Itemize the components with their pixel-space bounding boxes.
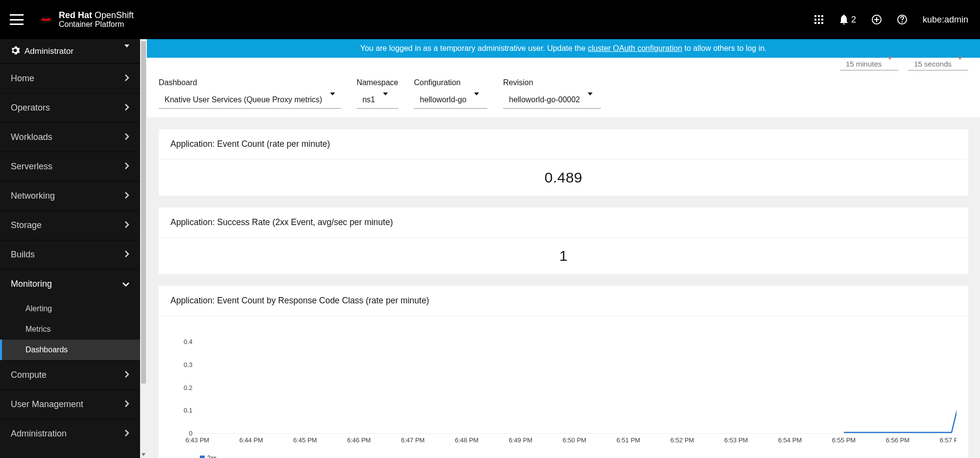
chart-legend: 2xx bbox=[200, 455, 956, 458]
configuration-value: helloworld-go bbox=[420, 95, 466, 104]
namespace-value: ns1 bbox=[362, 95, 375, 104]
card-title: Application: Event Count (rate per minut… bbox=[159, 129, 968, 160]
chevron-right-icon bbox=[124, 251, 129, 259]
configuration-select[interactable]: helloworld-go bbox=[414, 91, 487, 109]
brand-logo: Red Hat OpenShift Container Platform bbox=[38, 10, 134, 29]
card-success-rate: Application: Success Rate (2xx Event, av… bbox=[159, 207, 968, 274]
sidebar: Administrator HomeOperatorsWorkloadsServ… bbox=[0, 39, 147, 458]
time-range-select[interactable]: 15 minutes bbox=[840, 58, 898, 70]
sidebar-item-label: Networking bbox=[11, 191, 55, 201]
svg-text:0.3: 0.3 bbox=[184, 361, 192, 368]
main-content: You are logged in as a temporary adminis… bbox=[147, 39, 980, 458]
svg-text:6:57 PM: 6:57 PM bbox=[940, 436, 956, 444]
banner-suffix: to allow others to log in. bbox=[682, 44, 767, 52]
scroll-down-button[interactable] bbox=[140, 451, 147, 458]
temp-admin-banner: You are logged in as a temporary adminis… bbox=[147, 39, 980, 58]
notifications-button[interactable]: 2 bbox=[839, 15, 856, 25]
banner-prefix: You are logged in as a temporary adminis… bbox=[360, 44, 588, 52]
brand-line1b: OpenShift bbox=[95, 10, 134, 20]
svg-text:6:55 PM: 6:55 PM bbox=[832, 436, 856, 444]
sidebar-item-label: Workloads bbox=[11, 132, 52, 142]
sidebar-item-label: Monitoring bbox=[11, 279, 52, 289]
question-circle-icon bbox=[897, 15, 907, 24]
sidebar-item-administration[interactable]: Administration bbox=[0, 419, 140, 448]
svg-point-15 bbox=[902, 22, 903, 23]
brand-line1a: Red Hat bbox=[59, 10, 92, 20]
svg-text:6:48 PM: 6:48 PM bbox=[455, 436, 478, 444]
user-menu-button[interactable]: kube:admin bbox=[923, 15, 968, 25]
bell-icon bbox=[839, 15, 848, 24]
dashboard-select[interactable]: Knative User Services (Queue Proxy metri… bbox=[159, 91, 341, 109]
masthead: Red Hat OpenShift Container Platform 2 bbox=[0, 0, 980, 39]
svg-text:6:56 PM: 6:56 PM bbox=[886, 436, 909, 444]
line-chart: 00.10.20.30.46:43 PM6:44 PM6:45 PM6:46 P… bbox=[170, 321, 956, 453]
sidebar-item-builds[interactable]: Builds bbox=[0, 240, 140, 269]
svg-text:6:53 PM: 6:53 PM bbox=[724, 436, 748, 444]
sidebar-item-label: Compute bbox=[11, 370, 47, 380]
refresh-interval-select[interactable]: 15 seconds bbox=[908, 58, 968, 70]
redhat-icon bbox=[38, 14, 54, 25]
card-title: Application: Event Count by Response Cod… bbox=[159, 286, 968, 316]
time-range-value: 15 minutes bbox=[846, 60, 882, 68]
chevron-right-icon bbox=[124, 430, 129, 438]
chevron-right-icon bbox=[124, 133, 129, 141]
import-button[interactable] bbox=[872, 15, 882, 24]
event-count-value: 0.489 bbox=[170, 169, 956, 186]
sidebar-item-label: Operators bbox=[11, 103, 50, 113]
sidebar-subitem-metrics[interactable]: Metrics bbox=[0, 319, 140, 340]
revision-value: helloworld-go-00002 bbox=[509, 95, 580, 104]
chevron-right-icon bbox=[124, 371, 129, 379]
sidebar-item-storage[interactable]: Storage bbox=[0, 210, 140, 240]
sidebar-item-serverless[interactable]: Serverless bbox=[0, 152, 140, 181]
sidebar-item-monitoring[interactable]: Monitoring bbox=[0, 269, 140, 298]
chevron-right-icon bbox=[124, 104, 129, 112]
svg-text:6:44 PM: 6:44 PM bbox=[239, 436, 263, 444]
sidebar-item-compute[interactable]: Compute bbox=[0, 360, 140, 389]
svg-text:6:54 PM: 6:54 PM bbox=[778, 436, 802, 444]
svg-text:6:46 PM: 6:46 PM bbox=[347, 436, 371, 444]
card-by-response-code: Application: Event Count by Response Cod… bbox=[159, 286, 968, 458]
svg-text:0.2: 0.2 bbox=[184, 384, 192, 391]
sidebar-item-label: Builds bbox=[11, 250, 35, 260]
filter-label-revision: Revision bbox=[503, 78, 601, 87]
filter-label-namespace: Namespace bbox=[357, 78, 398, 87]
chevron-right-icon bbox=[124, 192, 129, 200]
perspective-switcher[interactable]: Administrator bbox=[0, 39, 140, 64]
sidebar-item-user-management[interactable]: User Management bbox=[0, 389, 140, 419]
svg-rect-2 bbox=[814, 15, 816, 17]
help-button[interactable] bbox=[897, 15, 907, 24]
revision-select[interactable]: helloworld-go-00002 bbox=[503, 91, 601, 109]
svg-rect-9 bbox=[818, 22, 820, 24]
svg-text:6:49 PM: 6:49 PM bbox=[509, 436, 532, 444]
brand-line2: Container Platform bbox=[59, 20, 134, 29]
sidebar-item-label: Serverless bbox=[11, 161, 52, 172]
sidebar-scrollbar[interactable] bbox=[140, 39, 147, 458]
filter-label-dashboard: Dashboard bbox=[159, 78, 341, 87]
svg-rect-5 bbox=[814, 19, 816, 21]
card-event-count: Application: Event Count (rate per minut… bbox=[159, 129, 968, 196]
sidebar-item-workloads[interactable]: Workloads bbox=[0, 122, 140, 152]
namespace-select[interactable]: ns1 bbox=[357, 91, 398, 109]
scrollbar-thumb[interactable] bbox=[141, 41, 146, 384]
sidebar-item-label: User Management bbox=[11, 399, 83, 410]
svg-text:6:47 PM: 6:47 PM bbox=[401, 436, 425, 444]
cluster-oauth-link[interactable]: cluster OAuth configuration bbox=[588, 44, 682, 52]
sidebar-item-label: Storage bbox=[11, 220, 42, 230]
gear-icon bbox=[11, 46, 20, 56]
sidebar-item-operators[interactable]: Operators bbox=[0, 93, 140, 122]
svg-text:6:45 PM: 6:45 PM bbox=[293, 436, 317, 444]
sidebar-item-networking[interactable]: Networking bbox=[0, 181, 140, 210]
sidebar-item-home[interactable]: Home bbox=[0, 64, 140, 93]
sidebar-subitem-dashboards[interactable]: Dashboards bbox=[0, 340, 140, 360]
chevron-right-icon bbox=[124, 221, 129, 229]
svg-rect-10 bbox=[821, 22, 823, 24]
app-launcher-button[interactable] bbox=[814, 15, 824, 24]
plus-circle-icon bbox=[872, 15, 882, 24]
svg-text:6:50 PM: 6:50 PM bbox=[563, 436, 586, 444]
success-rate-value: 1 bbox=[170, 248, 956, 264]
chevron-right-icon bbox=[124, 74, 129, 83]
sidebar-item-label: Administration bbox=[11, 429, 67, 439]
svg-rect-3 bbox=[818, 15, 820, 17]
sidebar-subitem-alerting[interactable]: Alerting bbox=[0, 298, 140, 319]
hamburger-menu-button[interactable] bbox=[10, 14, 24, 25]
